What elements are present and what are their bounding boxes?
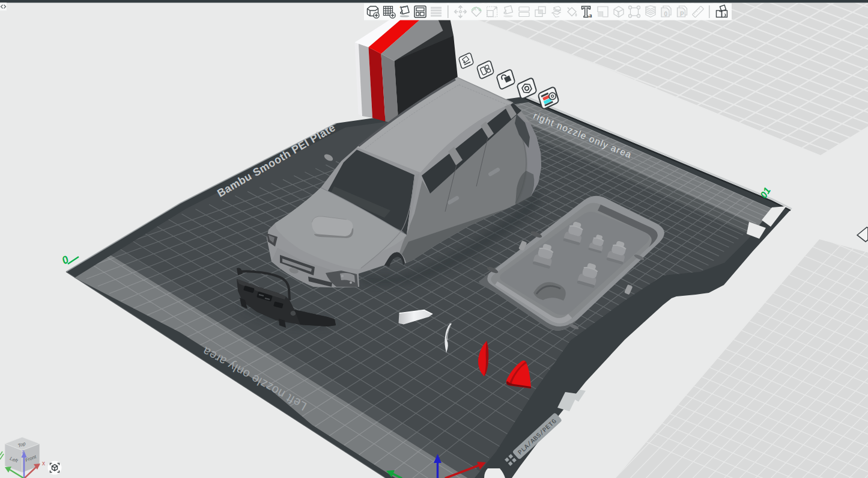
svg-text:x: x	[42, 460, 45, 467]
svg-text:P: P	[680, 11, 684, 17]
svg-text:AUTO: AUTO	[400, 5, 407, 8]
svg-text:a: a	[589, 12, 592, 19]
svg-text:z: z	[22, 449, 25, 455]
svg-text:0: 0	[664, 11, 668, 17]
